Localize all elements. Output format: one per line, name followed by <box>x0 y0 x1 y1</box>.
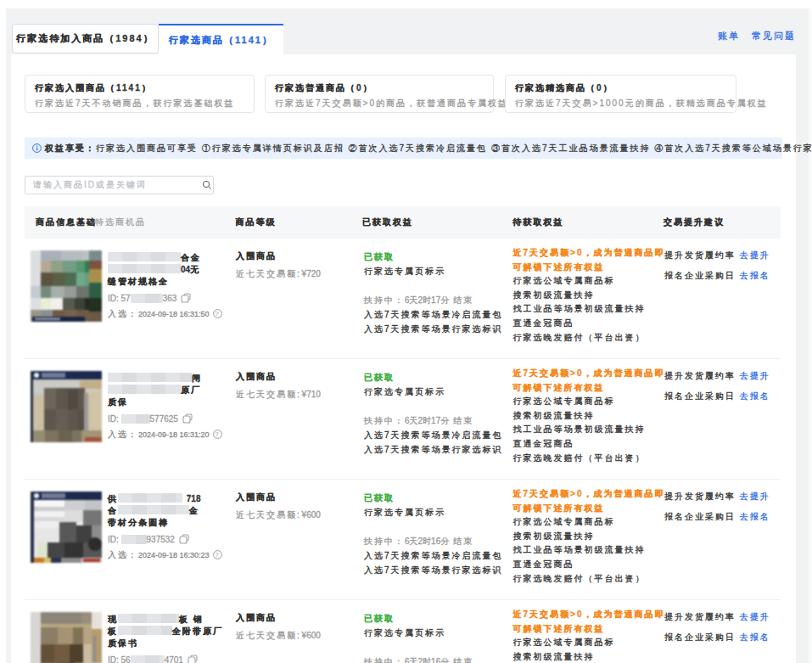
svg-text:?: ? <box>215 310 220 317</box>
svg-text:?: ? <box>215 551 220 559</box>
svg-text:?: ? <box>215 430 220 438</box>
